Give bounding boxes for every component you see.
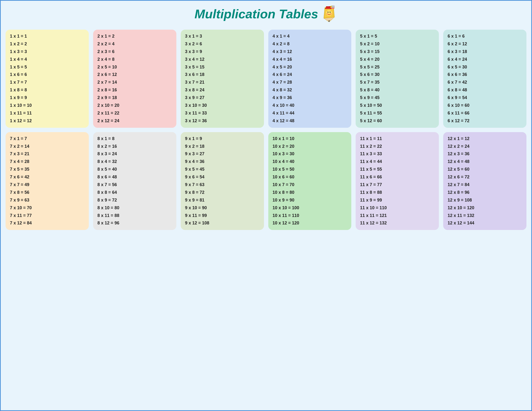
table-row: 6 x 6 = 36 — [447, 71, 522, 78]
table-row: 2 x 5 = 10 — [97, 64, 172, 71]
table-row: 7 x 1 = 7 — [10, 136, 85, 142]
table-row: 5 x 6 = 30 — [360, 71, 435, 78]
table-row: 9 x 7 = 63 — [185, 182, 260, 188]
table-row: 8 x 6 = 48 — [97, 174, 172, 181]
table-row: 12 x 9 = 108 — [447, 197, 522, 204]
table-row: 7 x 3 = 21 — [10, 151, 85, 157]
table-row: 3 x 1 = 3 — [185, 33, 260, 40]
table-row: 6 x 2 = 12 — [447, 41, 522, 47]
table-row: 8 x 7 = 56 — [97, 182, 172, 188]
table-row: 1 x 12 = 12 — [10, 118, 85, 124]
table-row: 4 x 3 = 12 — [273, 48, 347, 55]
table-row: 1 x 6 = 6 — [10, 71, 85, 78]
table-row: 3 x 4 = 12 — [185, 56, 260, 63]
table-row: 9 x 8 = 72 — [185, 189, 260, 196]
table-row: 6 x 4 = 24 — [447, 56, 522, 63]
table-row: 1 x 8 = 8 — [10, 87, 85, 93]
table-row: 5 x 1 = 5 — [360, 33, 435, 40]
table-row: 11 x 1 = 11 — [360, 136, 435, 142]
table-row: 3 x 8 = 24 — [185, 87, 260, 93]
multiplication-table-1: 1 x 1 = 11 x 2 = 21 x 3 = 31 x 4 = 41 x … — [6, 30, 89, 128]
svg-point-8 — [328, 12, 328, 12]
table-row: 3 x 2 = 6 — [185, 41, 260, 47]
table-row: 4 x 6 = 24 — [273, 71, 347, 78]
svg-rect-4 — [331, 8, 334, 9]
table-row: 9 x 4 = 36 — [185, 158, 260, 165]
table-row: 7 x 7 = 49 — [10, 182, 85, 188]
table-row: 6 x 12 = 72 — [447, 118, 522, 124]
table-row: 12 x 1 = 12 — [447, 136, 522, 142]
table-row: 3 x 12 = 36 — [185, 118, 260, 124]
multiplication-table-9: 9 x 1 = 99 x 2 = 189 x 3 = 279 x 4 = 369… — [181, 132, 264, 230]
table-row: 1 x 3 = 3 — [10, 48, 85, 55]
table-row: 7 x 6 = 42 — [10, 174, 85, 181]
table-row: 9 x 12 = 108 — [185, 220, 260, 227]
table-row: 7 x 8 = 56 — [10, 189, 85, 196]
table-row: 5 x 2 = 10 — [360, 41, 435, 47]
table-row: 2 x 11 = 22 — [97, 110, 172, 117]
table-row: 3 x 11 = 33 — [185, 110, 260, 117]
table-row: 6 x 9 = 54 — [447, 94, 522, 101]
table-row: 9 x 3 = 27 — [185, 151, 260, 157]
table-row: 2 x 7 = 14 — [97, 79, 172, 86]
table-row: 9 x 1 = 9 — [185, 136, 260, 142]
table-row: 12 x 8 = 96 — [447, 189, 522, 196]
table-row: 10 x 10 = 100 — [273, 205, 347, 211]
table-row: 12 x 3 = 36 — [447, 151, 522, 157]
table-row: 3 x 5 = 15 — [185, 64, 260, 71]
table-row: 1 x 9 = 9 — [10, 94, 85, 101]
table-row: 2 x 9 = 18 — [97, 94, 172, 101]
table-row: 6 x 10 = 60 — [447, 102, 522, 109]
table-row: 5 x 7 = 35 — [360, 79, 435, 86]
table-row: 4 x 9 = 36 — [273, 94, 347, 101]
table-row: 11 x 10 = 110 — [360, 205, 435, 211]
table-row: 7 x 10 = 70 — [10, 205, 85, 211]
table-row: 9 x 10 = 90 — [185, 205, 260, 211]
table-row: 11 x 8 = 88 — [360, 189, 435, 196]
tables-grid: 1 x 1 = 11 x 2 = 21 x 3 = 31 x 4 = 41 x … — [6, 30, 526, 230]
table-row: 12 x 6 = 72 — [447, 174, 522, 181]
table-row: 8 x 9 = 72 — [97, 197, 172, 204]
table-row: 10 x 6 = 60 — [273, 174, 347, 181]
svg-point-10 — [326, 13, 328, 14]
table-row: 4 x 5 = 20 — [273, 64, 347, 71]
svg-point-9 — [330, 12, 331, 12]
svg-point-6 — [327, 12, 328, 13]
table-row: 7 x 5 = 35 — [10, 166, 85, 173]
svg-point-11 — [330, 13, 332, 14]
table-row: 6 x 8 = 48 — [447, 87, 522, 93]
multiplication-table-12: 12 x 1 = 1212 x 2 = 2412 x 3 = 3612 x 4 … — [443, 132, 526, 230]
table-row: 10 x 3 = 30 — [273, 151, 347, 157]
table-row: 3 x 3 = 9 — [185, 48, 260, 55]
table-row: 5 x 8 = 40 — [360, 87, 435, 93]
table-row: 10 x 2 = 20 — [273, 143, 347, 150]
table-row: 5 x 11 = 55 — [360, 110, 435, 117]
table-row: 8 x 4 = 32 — [97, 158, 172, 165]
multiplication-table-2: 2 x 1 = 22 x 2 = 42 x 3 = 62 x 4 = 82 x … — [93, 30, 176, 128]
table-row: 10 x 5 = 50 — [273, 166, 347, 173]
table-row: 6 x 11 = 66 — [447, 110, 522, 117]
table-row: 9 x 11 = 99 — [185, 212, 260, 219]
table-row: 6 x 1 = 6 — [447, 33, 522, 40]
multiplication-table-3: 3 x 1 = 33 x 2 = 63 x 3 = 93 x 4 = 123 x… — [181, 30, 264, 128]
table-row: 11 x 9 = 99 — [360, 197, 435, 204]
svg-rect-14 — [326, 8, 331, 9]
table-row: 8 x 3 = 24 — [97, 151, 172, 157]
table-row: 8 x 5 = 40 — [97, 166, 172, 173]
svg-point-7 — [330, 12, 331, 13]
table-row: 9 x 6 = 54 — [185, 174, 260, 181]
table-row: 11 x 2 = 22 — [360, 143, 435, 150]
table-row: 5 x 4 = 20 — [360, 56, 435, 63]
table-row: 7 x 9 = 63 — [10, 197, 85, 204]
svg-point-5 — [326, 10, 332, 16]
table-row: 8 x 1 = 8 — [97, 136, 172, 142]
table-row: 10 x 4 = 40 — [273, 158, 347, 165]
table-row: 12 x 10 = 120 — [447, 205, 522, 211]
table-row: 5 x 10 = 50 — [360, 102, 435, 109]
table-row: 12 x 11 = 132 — [447, 212, 522, 219]
table-row: 10 x 8 = 80 — [273, 189, 347, 196]
table-row: 3 x 7 = 21 — [185, 79, 260, 86]
table-row: 2 x 3 = 6 — [97, 48, 172, 55]
table-row: 6 x 7 = 42 — [447, 79, 522, 86]
table-row: 5 x 9 = 45 — [360, 94, 435, 101]
